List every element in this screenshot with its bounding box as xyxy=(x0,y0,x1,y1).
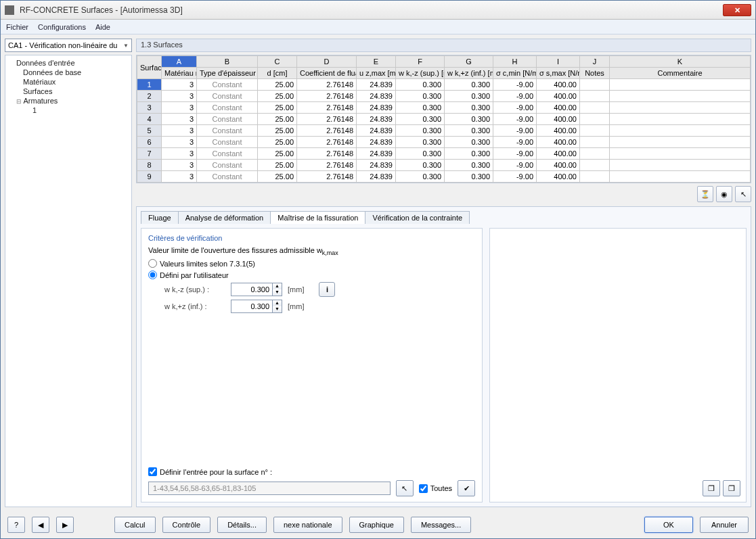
cell-d[interactable]: 25.00 xyxy=(258,125,297,137)
cell-comment[interactable] xyxy=(610,137,751,148)
cell-sigc[interactable]: -9.00 xyxy=(493,160,537,171)
cell-sigs[interactable]: 400.00 xyxy=(537,102,580,114)
cell-wkinf[interactable]: 0.300 xyxy=(445,148,493,160)
cell-wkinf[interactable]: 0.300 xyxy=(445,102,493,114)
row-header[interactable]: 3 xyxy=(137,102,162,114)
cell-wkinf[interactable]: 0.300 xyxy=(445,171,493,183)
close-button[interactable]: ✕ xyxy=(723,4,751,16)
col-H[interactable]: H xyxy=(493,56,537,68)
spin-up-icon[interactable]: ▲ xyxy=(272,300,282,306)
cell-coef[interactable]: 2.76148 xyxy=(297,171,357,183)
cell-d[interactable]: 25.00 xyxy=(258,148,297,160)
cell-uz[interactable]: 24.839 xyxy=(357,160,396,171)
menu-config[interactable]: Configurations xyxy=(38,23,86,31)
cell-material[interactable]: 3 xyxy=(162,160,197,171)
cell-material[interactable]: 3 xyxy=(162,114,197,125)
cell-type[interactable]: Constant xyxy=(197,102,258,114)
col-D[interactable]: D xyxy=(297,56,357,68)
cell-notes[interactable] xyxy=(580,137,610,148)
cell-d[interactable]: 25.00 xyxy=(258,160,297,171)
cell-wksup[interactable]: 0.300 xyxy=(396,171,445,183)
cell-notes[interactable] xyxy=(580,114,610,125)
tree-donnees[interactable]: Données de base xyxy=(5,68,131,77)
cell-coef[interactable]: 2.76148 xyxy=(297,148,357,160)
pick-surface-button[interactable]: ↖ xyxy=(396,480,414,496)
hdr-sigc[interactable]: σ c,min [N/mm²] xyxy=(493,68,537,79)
calcul-button[interactable]: Calcul xyxy=(114,517,156,533)
cell-type[interactable]: Constant xyxy=(197,137,258,148)
tree-surfaces[interactable]: Surfaces xyxy=(5,87,131,96)
cell-comment[interactable] xyxy=(610,160,751,171)
cell-notes[interactable] xyxy=(580,102,610,114)
cell-comment[interactable] xyxy=(610,148,751,160)
menu-file[interactable]: Fichier xyxy=(6,23,28,31)
cell-wkinf[interactable]: 0.300 xyxy=(445,114,493,125)
cell-sigc[interactable]: -9.00 xyxy=(493,91,537,102)
cell-coef[interactable]: 2.76148 xyxy=(297,160,357,171)
row-header[interactable]: 9 xyxy=(137,171,162,183)
help-button[interactable]: ? xyxy=(7,517,25,533)
spin-down-icon[interactable]: ▼ xyxy=(272,289,282,296)
col-F[interactable]: F xyxy=(396,56,445,68)
cell-material[interactable]: 3 xyxy=(162,148,197,160)
prev-button[interactable]: ◀ xyxy=(32,517,49,533)
cell-wksup[interactable]: 0.300 xyxy=(396,114,445,125)
row-header[interactable]: 4 xyxy=(137,114,162,125)
spin-up-icon[interactable]: ▲ xyxy=(272,283,282,289)
cell-type[interactable]: Constant xyxy=(197,79,258,91)
annexe-button[interactable]: nexe nationale xyxy=(273,517,342,533)
table-row[interactable]: 83Constant25.002.7614824.8390.3000.300-9… xyxy=(137,160,751,171)
cell-sigs[interactable]: 400.00 xyxy=(537,125,580,137)
cell-d[interactable]: 25.00 xyxy=(258,102,297,114)
table-row[interactable]: 43Constant25.002.7614824.8390.3000.300-9… xyxy=(137,114,751,125)
table-row[interactable]: 63Constant25.002.7614824.8390.3000.300-9… xyxy=(137,137,751,148)
cell-d[interactable]: 25.00 xyxy=(258,91,297,102)
cell-type[interactable]: Constant xyxy=(197,114,258,125)
row-header[interactable]: 6 xyxy=(137,137,162,148)
col-I[interactable]: I xyxy=(537,56,580,68)
cell-comment[interactable] xyxy=(610,91,751,102)
cell-sigc[interactable]: -9.00 xyxy=(493,79,537,91)
cell-wksup[interactable]: 0.300 xyxy=(396,137,445,148)
cell-uz[interactable]: 24.839 xyxy=(357,114,396,125)
cell-coef[interactable]: 2.76148 xyxy=(297,125,357,137)
row-header[interactable]: 8 xyxy=(137,160,162,171)
cell-sigs[interactable]: 400.00 xyxy=(537,137,580,148)
cancel-button[interactable]: Annuler xyxy=(700,517,749,533)
details-button[interactable]: Détails... xyxy=(217,517,267,533)
cell-notes[interactable] xyxy=(580,79,610,91)
cell-notes[interactable] xyxy=(580,160,610,171)
cell-comment[interactable] xyxy=(610,79,751,91)
tree-armatures[interactable]: Armatures xyxy=(5,96,131,106)
cell-sigc[interactable]: -9.00 xyxy=(493,102,537,114)
col-A[interactable]: A xyxy=(162,56,197,68)
cell-notes[interactable] xyxy=(580,125,610,137)
cell-sigs[interactable]: 400.00 xyxy=(537,171,580,183)
apply-button[interactable]: ✔ xyxy=(458,480,475,496)
hdr-coef[interactable]: Coefficient de fluage φ [-] xyxy=(297,68,357,79)
cell-material[interactable]: 3 xyxy=(162,171,197,183)
table-row[interactable]: 53Constant25.002.7614824.8390.3000.300-9… xyxy=(137,125,751,137)
cell-sigc[interactable]: -9.00 xyxy=(493,125,537,137)
cell-coef[interactable]: 2.76148 xyxy=(297,114,357,125)
copy-button-2[interactable]: ❐ xyxy=(723,480,740,496)
cell-sigc[interactable]: -9.00 xyxy=(493,148,537,160)
cell-material[interactable]: 3 xyxy=(162,79,197,91)
filter-button[interactable]: ⏳ xyxy=(697,186,713,202)
cell-sigs[interactable]: 400.00 xyxy=(537,160,580,171)
hdr-wkzi[interactable]: w k,+z (inf.) [mm] xyxy=(445,68,493,79)
cell-uz[interactable]: 24.839 xyxy=(357,171,396,183)
cell-uz[interactable]: 24.839 xyxy=(357,125,396,137)
tree-materiaux[interactable]: Matériaux xyxy=(5,77,131,87)
cell-coef[interactable]: 2.76148 xyxy=(297,137,357,148)
cell-uz[interactable]: 24.839 xyxy=(357,79,396,91)
cell-comment[interactable] xyxy=(610,102,751,114)
hdr-d[interactable]: d [cm] xyxy=(258,68,297,79)
cell-wksup[interactable]: 0.300 xyxy=(396,148,445,160)
cell-type[interactable]: Constant xyxy=(197,148,258,160)
cell-material[interactable]: 3 xyxy=(162,102,197,114)
hdr-wkzs[interactable]: w k,-z (sup.) [mm] xyxy=(396,68,445,79)
cell-sigs[interactable]: 400.00 xyxy=(537,91,580,102)
table-row[interactable]: 23Constant25.002.7614824.8390.3000.300-9… xyxy=(137,91,751,102)
cell-notes[interactable] xyxy=(580,171,610,183)
